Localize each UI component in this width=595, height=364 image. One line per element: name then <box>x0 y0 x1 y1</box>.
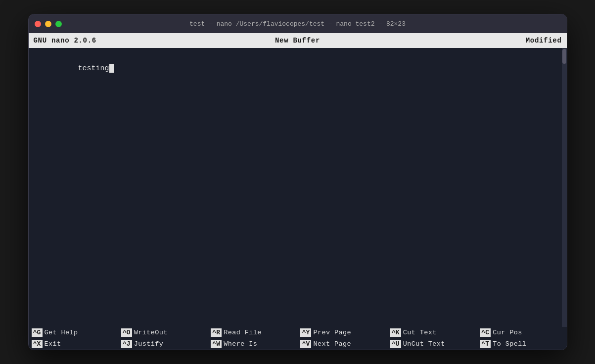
terminal-window: test — nano /Users/flaviocopes/test — na… <box>28 14 567 350</box>
shortcut-item-5-1: ^TTo Spell <box>477 338 566 350</box>
text-cursor <box>109 64 114 73</box>
shortcut-col-4: ^KCut Text^UUnCut Text <box>387 327 477 350</box>
shortcut-item-3-1: ^VNext Page <box>297 338 387 350</box>
shortcut-key-0-0: ^G <box>32 328 43 337</box>
shortcut-key-2-1: ^W <box>211 340 222 348</box>
shortcut-key-5-0: ^C <box>480 328 491 337</box>
editor-content: testing <box>78 64 109 73</box>
window-title: test — nano /Users/flaviocopes/test — na… <box>189 20 406 28</box>
shortcut-key-3-1: ^V <box>300 340 311 348</box>
buffer-name: New Buffer <box>210 37 386 45</box>
shortcut-col-1: ^OWriteOut^JJustify <box>118 327 208 350</box>
shortcut-item-2-1: ^WWhere Is <box>208 338 297 350</box>
shortcut-item-0-1: ^XExit <box>29 338 118 350</box>
nano-version: GNU nano 2.0.6 <box>34 37 210 45</box>
nano-header: GNU nano 2.0.6 New Buffer Modified <box>29 33 567 48</box>
shortcut-key-4-0: ^K <box>390 328 401 337</box>
shortcut-item-5-0: ^CCur Pos <box>477 327 566 338</box>
shortcut-label-4-1: UnCut Text <box>403 340 445 348</box>
shortcut-item-4-1: ^UUnCut Text <box>387 338 477 350</box>
shortcut-label-2-0: Read File <box>224 329 262 336</box>
shortcut-key-0-1: ^X <box>32 340 43 348</box>
shortcut-item-0-0: ^GGet Help <box>29 327 118 338</box>
shortcut-item-1-1: ^JJustify <box>118 338 208 350</box>
shortcut-label-3-1: Next Page <box>313 340 351 348</box>
shortcut-key-5-1: ^T <box>480 340 491 348</box>
shortcut-col-3: ^YPrev Page^VNext Page <box>297 327 387 350</box>
close-button[interactable] <box>35 21 41 27</box>
minimize-button[interactable] <box>45 21 51 27</box>
shortcut-col-5: ^CCur Pos^TTo Spell <box>477 327 566 350</box>
scrollbar-thumb[interactable] <box>562 49 566 64</box>
shortcut-label-4-0: Cut Text <box>403 329 437 336</box>
shortcut-item-3-0: ^YPrev Page <box>297 327 387 338</box>
title-bar: test — nano /Users/flaviocopes/test — na… <box>29 14 567 33</box>
shortcut-col-2: ^RRead File^WWhere Is <box>208 327 297 350</box>
shortcut-key-1-1: ^J <box>121 340 132 348</box>
nano-container: GNU nano 2.0.6 New Buffer Modified testi… <box>29 33 567 350</box>
editor-scroll-area: testing <box>29 48 567 327</box>
modified-status: Modified <box>386 37 562 45</box>
shortcut-bar: ^GGet Help^XExit^OWriteOut^JJustify^RRea… <box>29 327 567 350</box>
shortcut-item-4-0: ^KCut Text <box>387 327 477 338</box>
editor-area[interactable]: testing <box>29 48 562 327</box>
shortcut-item-1-0: ^OWriteOut <box>118 327 208 338</box>
scrollbar[interactable] <box>562 48 567 327</box>
shortcut-label-1-0: WriteOut <box>134 329 168 336</box>
shortcut-label-0-0: Get Help <box>45 329 78 336</box>
shortcut-col-0: ^GGet Help^XExit <box>29 327 118 350</box>
shortcut-label-0-1: Exit <box>45 340 61 348</box>
traffic-lights <box>35 21 62 27</box>
shortcut-label-5-1: To Spell <box>493 340 526 348</box>
shortcut-label-3-0: Prev Page <box>313 329 351 336</box>
shortcut-label-1-1: Justify <box>134 340 164 348</box>
shortcut-item-2-0: ^RRead File <box>208 327 297 338</box>
shortcut-label-5-0: Cur Pos <box>493 329 522 336</box>
shortcut-key-3-0: ^Y <box>300 328 311 337</box>
shortcut-label-2-1: Where Is <box>224 340 257 348</box>
shortcut-key-1-0: ^O <box>121 328 132 337</box>
shortcut-key-4-1: ^U <box>390 340 401 348</box>
maximize-button[interactable] <box>55 21 62 27</box>
shortcut-key-2-0: ^R <box>211 328 222 337</box>
editor-line-1: testing <box>34 52 557 86</box>
